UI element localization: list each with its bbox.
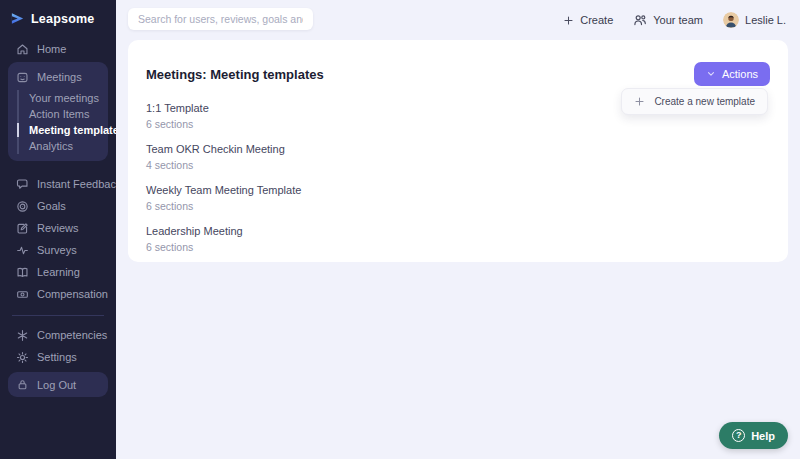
sidebar-item-label: Action Items — [29, 108, 90, 120]
team-icon — [633, 13, 647, 27]
learning-icon — [16, 266, 29, 279]
template-name[interactable]: Leadership Meeting — [146, 225, 770, 237]
template-name[interactable]: Team OKR Checkin Meeting — [146, 143, 770, 155]
sidebar-item-competencies[interactable]: Competencies — [0, 324, 116, 346]
sidebar-item-label: Analytics — [29, 140, 73, 152]
sidebar-divider — [12, 315, 104, 316]
sidebar-item-home[interactable]: Home — [0, 38, 116, 60]
sidebar-item-label: Meetings — [37, 71, 82, 83]
sidebar-item-meeting-templates[interactable]: Meeting templates — [19, 122, 108, 138]
reviews-icon — [16, 222, 29, 235]
user-menu[interactable]: Leslie L. — [723, 12, 786, 28]
plus-icon — [634, 96, 645, 107]
search-input[interactable] — [128, 8, 313, 30]
template-sections: 6 sections — [146, 241, 770, 253]
list-item: Weekly Team Meeting Template 6 sections — [146, 184, 770, 212]
sidebar-item-learning[interactable]: Learning — [0, 261, 116, 283]
sidebar-item-label: Your meetings — [29, 92, 99, 104]
leapsome-logo-icon — [10, 11, 25, 26]
sidebar-item-label: Competencies — [37, 329, 107, 341]
template-sections: 6 sections — [146, 118, 770, 130]
app-window: Leapsome Home — [0, 0, 800, 459]
sidebar-item-settings[interactable]: Settings — [0, 346, 116, 368]
topbar-actions: Create Your team — [563, 0, 786, 40]
sidebar-item-compensation[interactable]: Compensation — [0, 283, 116, 305]
app-name: Leapsome — [31, 12, 94, 26]
sidebar-item-analytics[interactable]: Analytics — [19, 138, 108, 154]
create-label: Create — [580, 14, 613, 26]
sidebar-item-action-items[interactable]: Action Items — [19, 106, 108, 122]
gear-icon — [16, 351, 29, 364]
page-title: Meetings: Meeting templates — [146, 67, 324, 82]
competencies-icon — [16, 329, 29, 342]
sidebar-item-surveys[interactable]: Surveys — [0, 239, 116, 261]
meeting-templates-card: Meetings: Meeting templates Actions — [128, 40, 788, 262]
sidebar-item-log-out[interactable]: Log Out — [8, 372, 108, 397]
your-team-label: Your team — [653, 14, 703, 26]
help-label: Help — [751, 430, 775, 442]
main-content: Create Your team — [116, 0, 800, 459]
meetings-subnav: Your meetings Action Items Meeting templ… — [17, 90, 108, 154]
avatar — [723, 12, 739, 28]
template-list: 1:1 Template 6 sections Team OKR Checkin… — [146, 102, 770, 253]
sidebar: Leapsome Home — [0, 0, 116, 459]
feedback-icon — [16, 178, 29, 191]
list-item: Leadership Meeting 6 sections — [146, 225, 770, 253]
list-item: Team OKR Checkin Meeting 4 sections — [146, 143, 770, 171]
sidebar-item-reviews[interactable]: Reviews — [0, 217, 116, 239]
card-header: Meetings: Meeting templates Actions — [146, 62, 770, 86]
sidebar-item-goals[interactable]: Goals — [0, 195, 116, 217]
actions-button[interactable]: Actions — [694, 62, 770, 86]
sidebar-item-label: Goals — [37, 200, 66, 212]
template-sections: 4 sections — [146, 159, 770, 171]
menu-item-label: Create a new template — [654, 96, 755, 107]
chevron-down-icon — [706, 69, 716, 79]
template-sections: 6 sections — [146, 200, 770, 212]
question-circle-icon: ? — [732, 429, 745, 442]
actions-button-label: Actions — [722, 68, 758, 80]
sidebar-item-label: Instant Feedback — [37, 178, 121, 190]
lock-icon — [16, 378, 29, 391]
your-team-button[interactable]: Your team — [633, 13, 703, 27]
sidebar-mid-nav: Instant Feedback Goals — [0, 173, 116, 305]
sidebar-nav: Home Meetings You — [0, 38, 116, 397]
sidebar-item-meetings[interactable]: Meetings — [8, 66, 108, 88]
actions-menu-item-create-template[interactable]: Create a new template — [621, 88, 768, 115]
create-button[interactable]: Create — [563, 14, 613, 26]
surveys-icon — [16, 244, 29, 257]
sidebar-item-label: Reviews — [37, 222, 79, 234]
plus-icon — [563, 15, 574, 26]
sidebar-item-label: Log Out — [37, 379, 76, 391]
sidebar-item-label: Learning — [37, 266, 80, 278]
sidebar-item-label: Meeting templates — [29, 124, 125, 136]
sidebar-item-label: Compensation — [37, 288, 108, 300]
goals-icon — [16, 200, 29, 213]
app-logo[interactable]: Leapsome — [0, 0, 116, 26]
topbar: Create Your team — [116, 0, 800, 40]
help-button[interactable]: ? Help — [719, 422, 788, 449]
compensation-icon — [16, 288, 29, 301]
sidebar-group-meetings: Meetings Your meetings Action Items Meet… — [8, 62, 108, 161]
sidebar-item-your-meetings[interactable]: Your meetings — [19, 90, 108, 106]
meetings-icon — [16, 71, 29, 84]
home-icon — [16, 43, 29, 56]
sidebar-item-label: Surveys — [37, 244, 77, 256]
sidebar-item-instant-feedback[interactable]: Instant Feedback — [0, 173, 116, 195]
sidebar-item-label: Home — [37, 43, 66, 55]
template-name[interactable]: Weekly Team Meeting Template — [146, 184, 770, 196]
sidebar-item-label: Settings — [37, 351, 77, 363]
user-name: Leslie L. — [745, 14, 786, 26]
